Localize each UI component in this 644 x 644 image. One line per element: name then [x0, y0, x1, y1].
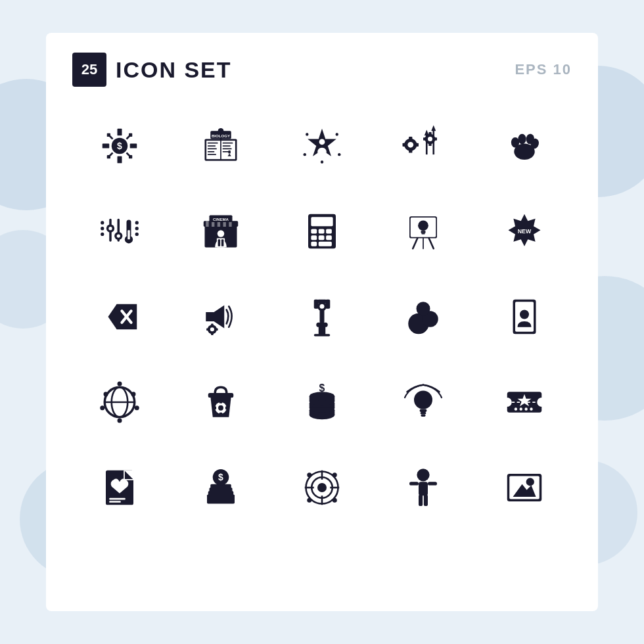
svg-text:$: $	[117, 141, 122, 151]
svg-rect-3	[118, 156, 122, 164]
svg-rect-4	[103, 144, 110, 149]
icon-mobile-contact	[477, 281, 572, 353]
svg-point-71	[135, 221, 139, 224]
svg-rect-30	[228, 150, 231, 153]
svg-rect-42	[403, 143, 406, 147]
svg-point-33	[306, 133, 308, 135]
svg-marker-53	[431, 126, 436, 131]
svg-text:BIOLOGY: BIOLOGY	[212, 133, 230, 138]
icon-new-badge: NEW	[477, 195, 572, 267]
svg-point-68	[101, 221, 104, 224]
svg-rect-113	[211, 324, 214, 327]
svg-rect-18	[208, 145, 216, 147]
svg-point-169	[520, 407, 522, 410]
svg-rect-142	[208, 393, 234, 398]
svg-rect-5	[130, 144, 137, 149]
svg-point-37	[321, 160, 323, 163]
svg-rect-198	[424, 495, 428, 507]
eps-label: EPS 10	[515, 61, 572, 78]
svg-rect-67	[127, 230, 130, 239]
svg-rect-47	[428, 143, 431, 146]
svg-rect-91	[326, 229, 332, 234]
svg-rect-86	[221, 239, 224, 246]
svg-point-69	[101, 227, 104, 230]
svg-line-11	[127, 135, 130, 139]
svg-point-138	[100, 405, 104, 410]
icon-count-badge: 25	[72, 53, 106, 87]
svg-point-137	[131, 392, 136, 396]
svg-point-36	[338, 153, 340, 156]
svg-rect-160	[420, 409, 427, 412]
svg-point-141	[118, 419, 122, 423]
svg-rect-101	[421, 233, 425, 235]
svg-point-83	[218, 230, 225, 237]
svg-rect-88	[311, 217, 333, 226]
icon-bubbles	[376, 281, 471, 353]
icon-settings-growth	[376, 110, 471, 182]
icon-finance-circuit: $	[72, 110, 167, 182]
svg-rect-161	[421, 412, 426, 415]
svg-point-159	[414, 391, 432, 409]
svg-point-64	[117, 234, 120, 237]
svg-rect-93	[319, 235, 325, 240]
svg-line-12	[109, 153, 112, 156]
svg-rect-174	[109, 498, 126, 500]
svg-rect-197	[419, 495, 423, 507]
svg-rect-195	[409, 482, 419, 485]
svg-rect-147	[214, 407, 216, 409]
icon-presentation-idea	[376, 195, 471, 267]
svg-rect-17	[208, 143, 218, 144]
svg-rect-148	[225, 407, 228, 409]
header-left: 25 ICON SET	[72, 53, 232, 87]
svg-point-56	[518, 134, 526, 145]
svg-point-193	[417, 469, 429, 481]
icon-paw-print	[477, 110, 572, 182]
svg-rect-92	[311, 235, 317, 240]
svg-rect-94	[326, 235, 332, 240]
main-card: 25 ICON SET EPS 10 $	[46, 33, 598, 611]
svg-marker-51	[425, 130, 429, 136]
svg-point-32	[319, 139, 325, 145]
svg-point-164	[503, 398, 512, 407]
svg-rect-90	[319, 229, 325, 234]
svg-point-191	[307, 498, 311, 503]
svg-point-184	[317, 483, 327, 492]
svg-rect-146	[219, 413, 222, 415]
svg-line-13	[127, 153, 130, 156]
svg-point-192	[333, 498, 337, 503]
svg-rect-46	[428, 132, 431, 135]
icon-image-frame	[477, 451, 572, 524]
svg-point-171	[530, 407, 532, 410]
svg-rect-76	[206, 221, 208, 227]
svg-point-55	[511, 137, 519, 148]
icon-cinema-store: CINEMA	[173, 195, 268, 267]
svg-point-35	[304, 153, 306, 156]
svg-rect-89	[311, 229, 317, 234]
svg-rect-41	[409, 149, 412, 152]
svg-rect-21	[208, 154, 216, 155]
svg-point-140	[118, 382, 122, 386]
svg-rect-43	[415, 143, 419, 147]
icon-globe-dots	[72, 366, 167, 438]
svg-point-128	[417, 302, 430, 315]
svg-rect-26	[223, 143, 233, 144]
svg-rect-48	[423, 137, 426, 140]
svg-point-73	[135, 233, 139, 236]
svg-point-72	[135, 227, 139, 230]
svg-text:CINEMA: CINEMA	[213, 217, 229, 221]
header: 25 ICON SET EPS 10	[72, 53, 572, 87]
page-title: ICON SET	[116, 57, 232, 83]
svg-point-121	[320, 304, 325, 309]
icon-coin-stack: $	[275, 366, 369, 438]
icon-star-ticket	[477, 366, 572, 438]
svg-rect-194	[419, 482, 428, 495]
svg-point-70	[101, 233, 104, 236]
svg-rect-85	[218, 239, 221, 246]
svg-rect-27	[223, 145, 231, 147]
icon-heart-document	[72, 451, 167, 524]
svg-rect-124	[317, 300, 327, 303]
svg-point-139	[135, 405, 139, 410]
icons-grid: $	[72, 110, 572, 524]
svg-rect-2	[118, 129, 122, 136]
svg-line-10	[109, 135, 112, 139]
